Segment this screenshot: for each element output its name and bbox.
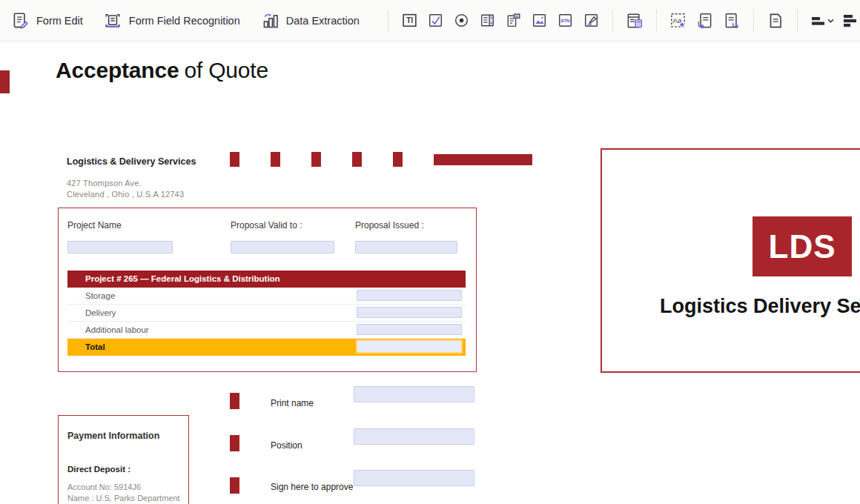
toolbar: Form Edit Form Field Recognition Data Ex… [0,0,860,42]
decor-square [230,152,239,167]
radio-button-tool-button[interactable] [452,10,471,30]
data-extraction-icon [260,11,280,30]
svg-text:BTN: BTN [560,19,569,23]
form-edit-label: Form Edit [36,15,83,27]
list-box-icon [478,11,497,30]
data-extraction-mode-button[interactable]: Data Extraction [260,11,360,30]
toolbar-separator [797,10,798,32]
lds-logo: LDS [752,216,852,276]
decor-square [311,152,321,167]
logo-caption: Logistics Delivery Services [660,295,860,318]
decor-square [352,152,362,167]
align-icon [810,12,827,30]
direct-deposit-label: Direct Deposit : [67,465,130,474]
additional-labour-amount-field[interactable] [357,324,462,335]
cost-table-header: Project # 265 — Federal Logistics & Dist… [67,271,466,288]
toolbar-separator [656,10,657,32]
sign-here-label: Sign here to approve [271,482,353,492]
delivery-label: Delivery [85,308,116,317]
form-field-recognition-label: Form Field Recognition [129,15,240,27]
calculation-order-icon [625,11,644,30]
storage-amount-field[interactable] [357,290,462,301]
print-name-label: Print name [271,398,314,408]
project-name-label: Project Name [67,220,122,231]
radio-button-icon [452,11,471,30]
total-label: Total [85,342,105,351]
align-tool-button[interactable] [810,10,834,30]
payment-information-title: Payment Information [67,431,159,441]
table-row: Additional labour [67,322,466,339]
form-field-recognition-icon [103,11,122,30]
table-row: Storage [67,288,466,305]
decor-square [271,152,280,167]
button-field-icon: BTN [556,11,575,30]
payment-information-box: Payment Information Direct Deposit : Acc… [58,415,189,504]
title-accent-strip [0,70,10,93]
form-edit-mode-button[interactable]: Form Edit [10,11,83,30]
recognize-text-icon: Aa [669,11,688,30]
combo-box-tool-button[interactable] [504,10,523,30]
import-form-data-icon [695,11,715,30]
proposal-issued-field[interactable] [355,241,457,253]
page-title-rest: of Quote [184,58,268,82]
document-canvas: Acceptanceof Quote Logistics & Delivery … [0,42,860,504]
button-field-tool-button[interactable]: BTN [556,10,575,30]
storage-label: Storage [85,291,115,300]
position-field[interactable] [354,428,474,445]
svg-text:TI: TI [406,16,413,24]
bullet-square [230,393,239,409]
print-name-field[interactable] [354,386,474,402]
account-number-text: Account No: 5914J6 [67,483,141,491]
company-address-line1: 427 Thompson Ave. [67,179,142,188]
position-label: Position [271,440,302,451]
company-address-line2: Cleveland , Ohio , U.S.A 12743 [67,190,184,199]
cost-table: Project # 265 — Federal Logistics & Dist… [67,271,466,356]
table-row: Delivery [67,305,466,322]
quote-form-box: Project Name Proposal Valid to : Proposa… [58,208,477,372]
form-field-recognition-mode-button[interactable]: Form Field Recognition [103,11,240,30]
signature-field-tool-icon [582,11,601,30]
project-name-field[interactable] [67,241,173,253]
calculation-order-tool-button[interactable] [625,10,644,30]
image-field-tool-button[interactable] [530,10,549,30]
delivery-amount-field[interactable] [357,307,462,318]
image-field-icon [530,11,549,30]
total-amount-field[interactable] [356,339,463,354]
form-document-icon [766,11,785,30]
signature-field[interactable] [354,470,474,486]
data-extraction-label: Data Extraction [286,15,360,27]
company-name: Logistics & Delivery Services [67,156,196,167]
proposal-valid-field[interactable] [231,241,334,253]
import-form-data-tool-button[interactable] [695,10,715,30]
additional-labour-label: Additional labour [85,325,149,334]
decor-square [393,152,403,167]
export-form-data-tool-button[interactable] [722,10,741,30]
distribute-tool-button[interactable] [841,10,860,30]
account-name-text: Name : U.S. Parks Department [67,494,180,503]
toolbar-separator [612,10,613,32]
decor-bar [434,154,532,165]
proposal-issued-label: Proposal Issued : [355,220,424,231]
page-title-bold: Acceptance [56,58,179,82]
signature-field-tool-button[interactable] [582,10,601,30]
recognize-text-tool-button[interactable]: Aa [669,10,688,30]
toolbar-separator [388,10,388,32]
toolbar-separator [753,10,754,32]
bullet-square [230,477,239,494]
total-row: Total [67,339,466,356]
page-title: Acceptanceof Quote [56,58,268,83]
proposal-valid-label: Proposal Valid to : [231,220,302,231]
combo-box-icon [504,11,523,30]
text-field-tool-button[interactable]: TI [400,10,419,30]
checkbox-tool-button[interactable] [426,10,445,30]
bullet-square [230,435,239,451]
distribute-icon [841,12,859,30]
chevron-down-icon [827,17,834,24]
checkbox-icon [426,11,445,30]
list-box-tool-button[interactable] [478,10,497,30]
form-edit-icon [10,11,30,30]
text-field-icon: TI [400,11,419,30]
export-form-data-icon [722,11,741,30]
logo-box: LDS Logistics Delivery Services [601,148,860,373]
form-document-tool-button[interactable] [766,10,785,30]
